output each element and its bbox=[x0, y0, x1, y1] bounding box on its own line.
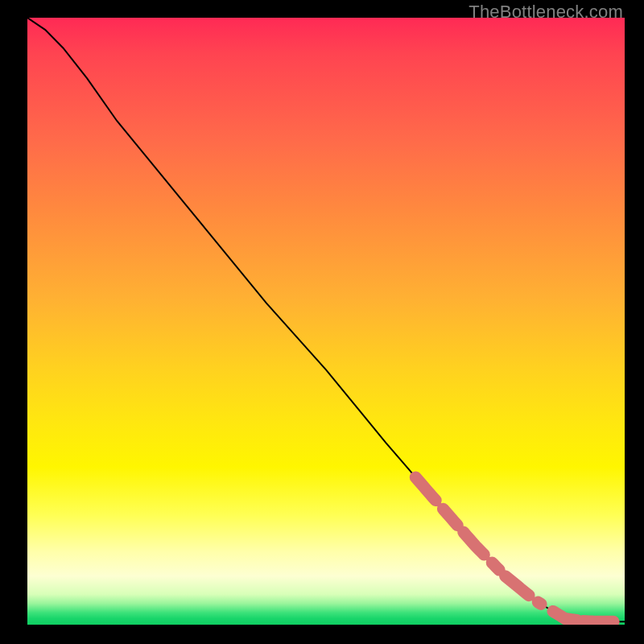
highlight-segment bbox=[583, 621, 625, 622]
highlight-dashes bbox=[415, 477, 625, 621]
highlight-segment bbox=[553, 611, 577, 620]
main-curve bbox=[27, 18, 625, 621]
highlight-segment bbox=[415, 477, 457, 526]
chart-stage: TheBottleneck.com bbox=[0, 0, 644, 644]
plot-area bbox=[27, 18, 625, 625]
chart-svg bbox=[27, 18, 625, 625]
highlight-segment bbox=[506, 576, 542, 605]
highlight-segment bbox=[464, 532, 500, 570]
